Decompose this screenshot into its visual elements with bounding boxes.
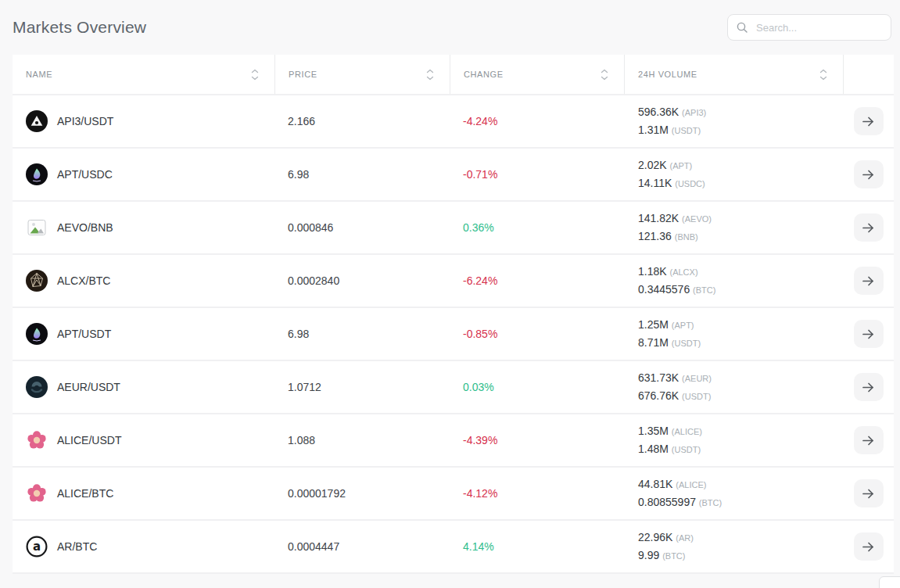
volume-cell: 1.35M (ALICE) 1.48M (USDT) — [624, 422, 843, 458]
open-market-button[interactable] — [854, 320, 884, 348]
base-volume: 596.36K — [638, 106, 679, 118]
table-header: NAME PRICE CHANGE 24H VOLUME — [13, 55, 894, 95]
arrow-right-icon — [862, 116, 875, 127]
column-header-change[interactable]: CHANGE — [450, 55, 624, 94]
quote-volume-unit: (BTC) — [662, 551, 685, 561]
table-row: AEUR/USDT 1.0712 0.03% 631.73K (AEUR) 67… — [13, 361, 894, 414]
volume-cell: 631.73K (AEUR) 676.76K (USDT) — [624, 369, 843, 405]
pair-label: APT/USDC — [57, 168, 113, 181]
quote-volume-unit: (USDT) — [682, 392, 711, 401]
change-value: 4.14% — [463, 540, 494, 553]
apt-coin-icon — [26, 323, 48, 345]
svg-text:a: a — [33, 540, 41, 554]
open-market-button[interactable] — [854, 373, 884, 401]
quote-volume: 0.3445576 — [638, 283, 690, 296]
change-value: 0.36% — [463, 221, 494, 234]
pair-label: AR/BTC — [57, 540, 97, 553]
volume-cell: 22.96K (AR) 9.99 (BTC) — [624, 529, 843, 565]
quote-volume: 14.11K — [638, 177, 672, 189]
column-header-name[interactable]: NAME — [13, 55, 274, 94]
aeur-coin-icon — [26, 376, 48, 398]
base-volume-unit: (AR) — [676, 533, 694, 543]
arrow-right-icon — [862, 169, 875, 181]
column-header-volume[interactable]: 24H VOLUME — [624, 55, 843, 94]
quote-volume-unit: (BNB) — [675, 232, 698, 242]
pair-label: ALCX/BTC — [57, 274, 110, 287]
search-input[interactable] — [755, 21, 883, 34]
change-value: -4.12% — [463, 487, 497, 500]
price-value: 0.0002840 — [274, 274, 450, 287]
table-row: ALICE/BTC 0.00001792 -4.12% 44.81K (ALIC… — [13, 468, 894, 521]
price-value: 6.98 — [274, 328, 450, 340]
base-volume-unit: (API3) — [682, 108, 706, 117]
base-volume: 1.18K — [638, 265, 667, 278]
price-value: 6.98 — [274, 168, 450, 181]
volume-cell: 1.25M (APT) 8.71M (USDT) — [624, 316, 843, 352]
table-row: ALCX/BTC 0.0002840 -6.24% 1.18K (ALCX) 0… — [13, 255, 894, 308]
quote-volume-unit: (BTC) — [699, 498, 722, 507]
quote-volume: 676.76K — [638, 389, 679, 402]
base-volume-unit: (APT) — [672, 321, 694, 330]
price-value: 0.00001792 — [274, 487, 450, 500]
base-volume-unit: (AEVO) — [682, 214, 712, 224]
pair-label: ALICE/USDT — [57, 434, 121, 446]
alcx-coin-icon — [26, 270, 48, 292]
change-value: -0.71% — [463, 168, 497, 181]
quote-volume-unit: (USDT) — [672, 126, 701, 135]
sort-icon — [251, 69, 259, 81]
ar-coin-icon: a — [26, 536, 48, 558]
apt-coin-icon — [26, 163, 48, 185]
sort-icon — [819, 69, 827, 81]
partial-overlay-box — [879, 576, 900, 588]
volume-cell: 44.81K (ALICE) 0.80855997 (BTC) — [624, 475, 843, 511]
volume-cell: 1.18K (ALCX) 0.3445576 (BTC) — [624, 263, 843, 299]
sort-icon — [426, 69, 434, 81]
arrow-right-icon — [862, 328, 875, 340]
base-volume: 1.25M — [638, 318, 669, 331]
volume-cell: 596.36K (API3) 1.31M (USDT) — [624, 103, 843, 139]
quote-volume-unit: (USDC) — [675, 179, 705, 188]
table-row: APT/USDT 6.98 -0.85% 1.25M (APT) 8.71M (… — [13, 308, 894, 361]
arrow-right-icon — [862, 488, 875, 500]
base-volume: 1.35M — [638, 425, 669, 437]
quote-volume-unit: (USDT) — [672, 339, 701, 348]
price-value: 0.000846 — [274, 221, 450, 234]
open-market-button[interactable] — [854, 160, 884, 188]
base-volume-unit: (ALCX) — [669, 267, 697, 277]
base-volume-unit: (ALICE) — [672, 427, 702, 436]
search-box[interactable] — [727, 14, 891, 41]
base-volume-unit: (APT) — [669, 161, 692, 170]
quote-volume: 121.36 — [638, 230, 672, 242]
volume-cell: 141.82K (AEVO) 121.36 (BNB) — [624, 210, 843, 246]
arrow-right-icon — [862, 222, 875, 234]
pair-label: APT/USDT — [57, 328, 111, 340]
pair-label: ALICE/BTC — [57, 487, 113, 500]
open-market-button[interactable] — [854, 479, 884, 507]
quote-volume: 9.99 — [638, 549, 659, 561]
column-header-actions — [843, 55, 894, 94]
change-value: -0.85% — [463, 328, 497, 340]
column-header-price[interactable]: PRICE — [274, 55, 450, 94]
table-row: API3/USDT 2.166 -4.24% 596.36K (API3) 1.… — [13, 95, 894, 149]
open-market-button[interactable] — [854, 426, 884, 454]
quote-volume: 8.71M — [638, 336, 669, 349]
price-value: 1.0712 — [274, 381, 450, 393]
sort-icon — [601, 69, 608, 81]
base-volume: 631.73K — [638, 371, 679, 384]
open-market-button[interactable] — [854, 267, 884, 295]
pair-label: AEUR/USDT — [57, 381, 120, 393]
table-row: APT/USDC 6.98 -0.71% 2.02K (APT) 14.11K … — [13, 149, 894, 202]
change-value: 0.03% — [463, 381, 494, 393]
arrow-right-icon — [862, 541, 875, 553]
open-market-button[interactable] — [854, 107, 884, 135]
quote-volume-unit: (BTC) — [693, 285, 715, 295]
base-volume: 22.96K — [638, 531, 672, 543]
search-icon — [736, 21, 748, 34]
page-title: Markets Overview — [13, 18, 146, 37]
open-market-button[interactable] — [854, 532, 884, 561]
base-volume: 141.82K — [638, 212, 679, 224]
api3-coin-icon — [26, 110, 48, 132]
open-market-button[interactable] — [854, 213, 884, 242]
quote-volume-unit: (USDT) — [672, 445, 701, 454]
arrow-right-icon — [862, 275, 875, 287]
